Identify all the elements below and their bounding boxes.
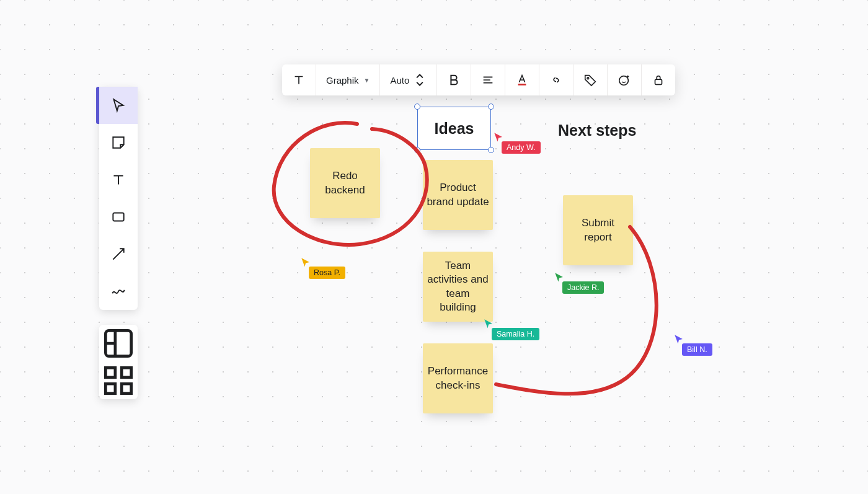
stepper-icon [413, 73, 427, 87]
cursor-andy: Andy W. [493, 131, 504, 143]
format-font-size[interactable]: Auto [380, 64, 437, 95]
note-team-activities[interactable]: Team activities and team building [423, 252, 493, 322]
svg-rect-3 [122, 368, 131, 377]
format-align[interactable] [471, 64, 505, 95]
cursor-icon [110, 97, 126, 113]
tool-shape[interactable] [99, 198, 138, 236]
primary-toolbar [99, 87, 138, 310]
tool-sticky-note[interactable] [99, 124, 138, 161]
squiggle-icon [110, 283, 126, 299]
font-size-label: Auto [390, 75, 409, 86]
heading-ideas: Ideas [418, 107, 490, 149]
section-layout-icon [99, 324, 138, 363]
arrow-icon [110, 246, 126, 262]
note-performance[interactable]: Performance check-ins [423, 343, 493, 413]
cursor-jackie: Jackie R. [554, 271, 565, 283]
cursor-tag: Bill N. [682, 343, 712, 356]
format-link[interactable] [539, 64, 574, 95]
note-text: Team activities and team building [427, 259, 489, 314]
svg-rect-4 [105, 384, 115, 394]
svg-rect-5 [122, 384, 131, 394]
rectangle-icon [110, 209, 126, 225]
svg-point-7 [619, 76, 629, 86]
svg-point-6 [587, 77, 589, 79]
svg-rect-8 [655, 79, 662, 84]
format-font-family[interactable]: Graphik ▼ [316, 64, 380, 95]
cursor-tag: Rosa P. [309, 267, 345, 279]
tool-draw[interactable] [99, 273, 138, 310]
tool-connector[interactable] [99, 236, 138, 273]
bold-icon [447, 73, 461, 87]
secondary-toolbar [99, 325, 138, 399]
tag-icon [583, 73, 597, 87]
format-lock[interactable] [642, 64, 675, 95]
text-icon [110, 172, 126, 188]
tool-section[interactable] [99, 325, 138, 362]
cursor-tag: Andy W. [502, 141, 541, 154]
heading-next-steps[interactable]: Next steps [558, 121, 636, 139]
cursor-bill: Bill N. [673, 333, 684, 345]
align-icon [481, 73, 495, 87]
emoji-add-icon [618, 73, 631, 87]
note-text: Redo backend [314, 169, 376, 196]
tool-select[interactable] [99, 87, 138, 124]
format-emoji[interactable] [608, 64, 642, 95]
svg-rect-0 [113, 213, 123, 221]
text-color-icon [515, 73, 529, 87]
format-text-color[interactable] [505, 64, 539, 95]
whiteboard-canvas[interactable]: Graphik ▼ Auto [0, 0, 868, 494]
apps-grid-icon [99, 361, 138, 400]
sticky-note-icon [110, 135, 126, 151]
note-text: Submit report [567, 216, 629, 244]
note-submit-report[interactable]: Submit report [563, 195, 633, 265]
note-text: Product brand update [427, 181, 489, 208]
dropdown-arrow-icon: ▼ [364, 77, 370, 84]
format-tag[interactable] [574, 64, 608, 95]
selected-text-ideas[interactable]: Ideas [417, 107, 491, 150]
format-text-type[interactable] [282, 64, 316, 95]
cursor-rosa: Rosa P. [300, 257, 311, 268]
note-text: Performance check-ins [427, 364, 489, 392]
note-redo-backend[interactable]: Redo backend [310, 148, 380, 218]
lock-icon [652, 73, 665, 87]
tool-text[interactable] [99, 161, 138, 198]
cursor-tag: Jackie R. [562, 281, 604, 294]
text-format-toolbar: Graphik ▼ Auto [282, 64, 675, 95]
text-type-icon [292, 73, 306, 87]
note-product-brand[interactable]: Product brand update [423, 160, 493, 230]
tool-widgets[interactable] [99, 362, 138, 399]
link-icon [549, 73, 563, 87]
cursor-tag: Samalia H. [492, 328, 539, 340]
svg-rect-2 [105, 368, 115, 377]
font-family-label: Graphik [326, 75, 359, 86]
format-bold[interactable] [437, 64, 471, 95]
